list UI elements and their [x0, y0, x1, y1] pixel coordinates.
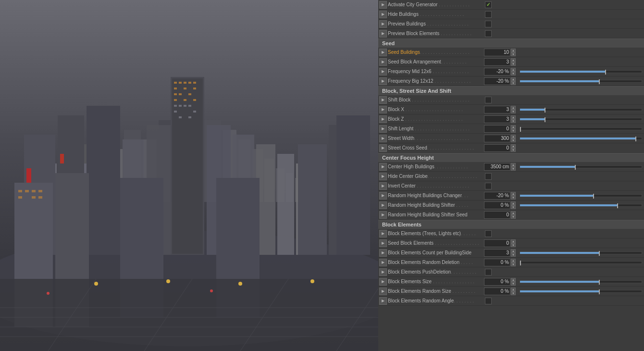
slider-track[interactable] [520, 204, 642, 207]
number-input[interactable] [484, 288, 510, 295]
spin-up[interactable]: ▲ [511, 192, 516, 196]
slider-track[interactable] [520, 165, 642, 168]
prop-icon[interactable]: ▶ [379, 115, 387, 123]
spin-down[interactable]: ▼ [511, 263, 516, 266]
prop-icon[interactable]: ▶ [379, 182, 387, 190]
slider-track[interactable] [520, 70, 642, 73]
checkbox[interactable] [485, 269, 492, 276]
prop-icon[interactable]: ▶ [379, 230, 387, 238]
prop-icon[interactable]: ▶ [379, 125, 387, 133]
prop-icon[interactable]: ▶ [379, 30, 387, 38]
spin-up[interactable]: ▲ [511, 288, 516, 291]
spin-down[interactable]: ▼ [511, 129, 516, 133]
spin-up[interactable]: ▲ [511, 211, 516, 215]
prop-icon[interactable]: ▶ [379, 163, 387, 171]
number-input[interactable] [484, 163, 510, 171]
prop-icon[interactable]: ▶ [379, 259, 387, 266]
spin-up[interactable]: ▲ [511, 259, 516, 263]
prop-icon[interactable]: ▶ [379, 297, 387, 305]
number-input[interactable] [484, 68, 510, 75]
spin-down[interactable]: ▼ [511, 282, 516, 286]
prop-icon[interactable]: ▶ [379, 106, 387, 113]
prop-icon[interactable]: ▶ [379, 20, 387, 28]
number-input[interactable] [484, 259, 510, 266]
spin-up[interactable]: ▲ [511, 106, 516, 110]
number-input[interactable] [484, 249, 510, 257]
spin-up[interactable]: ▲ [511, 77, 516, 81]
number-input[interactable] [484, 106, 510, 113]
number-input[interactable] [484, 49, 510, 56]
slider-track[interactable] [520, 251, 642, 254]
checkbox[interactable] [485, 97, 492, 103]
spin-down[interactable]: ▼ [511, 291, 516, 295]
spin-up[interactable]: ▲ [511, 125, 516, 129]
number-input[interactable] [484, 201, 510, 209]
prop-icon[interactable]: ▶ [379, 58, 387, 66]
number-input[interactable] [484, 58, 510, 66]
spin-up[interactable]: ▲ [511, 163, 516, 167]
slider-track[interactable] [520, 118, 642, 121]
prop-icon[interactable]: ▶ [379, 173, 387, 180]
number-input[interactable] [484, 278, 510, 286]
number-input[interactable] [484, 192, 510, 200]
spin-up[interactable]: ▲ [511, 58, 516, 62]
checkbox[interactable] [485, 173, 492, 180]
spin-down[interactable]: ▼ [511, 205, 516, 209]
prop-icon[interactable]: ▶ [379, 268, 387, 276]
number-input[interactable] [484, 125, 510, 133]
checkbox[interactable] [485, 230, 492, 237]
slider-track[interactable] [520, 80, 642, 83]
number-input[interactable] [484, 239, 510, 247]
prop-icon[interactable]: ▶ [379, 1, 387, 9]
prop-icon[interactable]: ▶ [379, 11, 387, 18]
spin-up[interactable]: ▲ [511, 135, 516, 138]
prop-icon[interactable]: ▶ [379, 278, 387, 286]
spin-down[interactable]: ▼ [511, 148, 516, 152]
slider-track[interactable] [520, 108, 642, 111]
spin-up[interactable]: ▲ [511, 144, 516, 148]
prop-icon[interactable]: ▶ [379, 96, 387, 104]
slider-track[interactable] [520, 290, 642, 293]
checkbox[interactable] [485, 11, 492, 18]
prop-icon[interactable]: ▶ [379, 288, 387, 295]
number-input[interactable] [484, 144, 510, 152]
spin-up[interactable]: ▲ [511, 49, 516, 52]
prop-icon[interactable]: ▶ [379, 68, 387, 75]
prop-icon[interactable]: ▶ [379, 239, 387, 247]
checkbox[interactable] [485, 183, 492, 189]
slider-track[interactable] [520, 261, 642, 264]
spin-down[interactable]: ▼ [511, 52, 516, 56]
spin-down[interactable]: ▼ [511, 138, 516, 142]
checkbox[interactable] [485, 21, 492, 27]
spin-down[interactable]: ▼ [511, 243, 516, 247]
spin-up[interactable]: ▲ [511, 115, 516, 119]
checkbox[interactable]: ✓ [485, 1, 492, 8]
spin-down[interactable]: ▼ [511, 110, 516, 113]
spin-down[interactable]: ▼ [511, 119, 516, 123]
prop-icon[interactable]: ▶ [379, 77, 387, 85]
checkbox[interactable] [485, 30, 492, 37]
prop-icon[interactable]: ▶ [379, 192, 387, 200]
spin-down[interactable]: ▼ [511, 62, 516, 66]
prop-icon[interactable]: ▶ [379, 144, 387, 152]
number-input[interactable] [484, 115, 510, 123]
prop-icon[interactable]: ▶ [379, 201, 387, 209]
prop-icon[interactable]: ▶ [379, 249, 387, 257]
slider-track[interactable] [520, 194, 642, 197]
slider-track[interactable] [520, 280, 642, 283]
number-input[interactable] [484, 211, 510, 219]
spin-up[interactable]: ▲ [511, 239, 516, 243]
slider-track[interactable] [520, 137, 642, 140]
prop-icon[interactable]: ▶ [379, 211, 387, 219]
spin-down[interactable]: ▼ [511, 215, 516, 219]
spin-down[interactable]: ▼ [511, 253, 516, 257]
slider-track[interactable] [520, 127, 642, 130]
checkbox[interactable] [485, 298, 492, 304]
prop-icon[interactable]: ▶ [379, 135, 387, 142]
spin-up[interactable]: ▲ [511, 249, 516, 253]
number-input[interactable] [484, 77, 510, 85]
spin-down[interactable]: ▼ [511, 72, 516, 75]
spin-down[interactable]: ▼ [511, 81, 516, 85]
number-input[interactable] [484, 135, 510, 142]
spin-down[interactable]: ▼ [511, 167, 516, 171]
